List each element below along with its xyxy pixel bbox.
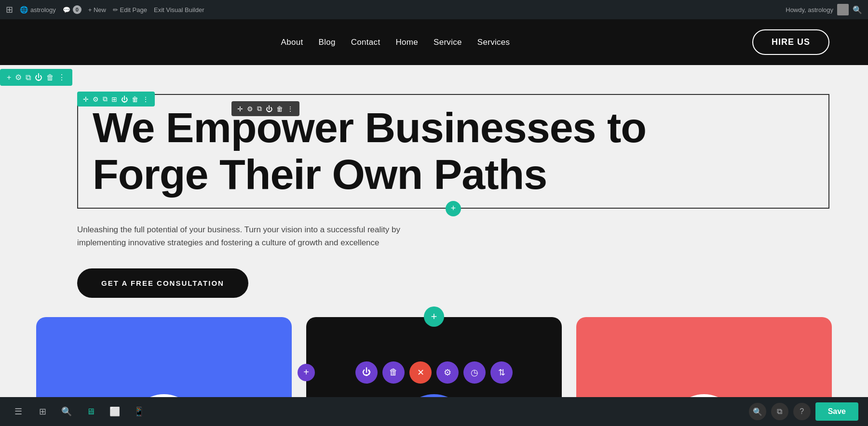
exit-visual-builder-link[interactable]: Exit Visual Builder — [154, 6, 204, 13]
hero-title: We Empower Businesses toForge Their Own … — [93, 105, 814, 198]
settings-card-icon[interactable]: ⚙ — [436, 361, 459, 384]
hamburger-icon[interactable]: ☰ — [10, 403, 27, 420]
bottom-bar-right: 🔍 ⧉ ? Save — [749, 402, 858, 421]
clone-module-icon[interactable]: ⧉ — [103, 95, 108, 103]
nav-home[interactable]: Home — [395, 38, 418, 47]
close-card-icon[interactable]: ✕ — [409, 361, 432, 384]
nav-about[interactable]: About — [281, 38, 303, 47]
hero-section: ✛ ⚙ ⧉ ⊞ ⏻ 🗑 ⋮ ✛ ⚙ ⧉ ⏻ 🗑 ⋮ We Empower Bus… — [0, 65, 868, 317]
settings-module-icon[interactable]: ⚙ — [93, 95, 99, 103]
bottom-bar-left: ☰ ⊞ 🔍 🖥 ⬜ 📱 — [10, 403, 148, 420]
more-text-icon[interactable]: ⋮ — [287, 105, 294, 113]
bottom-builder-bar: ☰ ⊞ 🔍 🖥 ⬜ 📱 🔍 ⧉ ? Save — [0, 397, 868, 426]
admin-bar-left: ⊞ 🌐 astrology 💬 0 + New ✏ Edit Page Exit… — [6, 4, 204, 15]
power-text-icon[interactable]: ⏻ — [266, 105, 272, 113]
delete-module-icon[interactable]: 🗑 — [132, 95, 138, 103]
nav-links: About Blog Contact Home Service Services — [39, 38, 752, 47]
tablet-icon[interactable]: ⬜ — [106, 403, 123, 420]
more-row-icon[interactable]: ⋮ — [58, 73, 66, 82]
move-module-icon[interactable]: ✛ — [83, 95, 89, 103]
save-button[interactable]: Save — [815, 402, 858, 421]
avatar[interactable] — [837, 4, 849, 15]
admin-bar: ⊞ 🌐 astrology 💬 0 + New ✏ Edit Page Exit… — [0, 0, 868, 19]
add-row-icon[interactable]: + — [7, 73, 11, 82]
delete-row-icon[interactable]: 🗑 — [46, 73, 54, 82]
nav-blog[interactable]: Blog — [319, 38, 336, 47]
new-item-link[interactable]: + New — [88, 6, 106, 13]
new-label: + New — [88, 6, 106, 13]
power-card-icon[interactable]: ⏻ — [355, 361, 378, 384]
add-row-circle-button[interactable]: + — [424, 306, 444, 327]
text-module-toolbar: ✛ ⚙ ⧉ ⏻ 🗑 ⋮ — [231, 101, 299, 116]
site-name-text: astrology — [30, 6, 56, 13]
add-inside-icon[interactable]: + — [446, 201, 461, 216]
clone-text-icon[interactable]: ⧉ — [257, 105, 262, 113]
grid-icon[interactable]: ⊞ — [34, 403, 51, 420]
cta-button[interactable]: GET A FREE CONSULTATION — [77, 268, 248, 298]
hero-subtitle: Unleashing the full potential of your bu… — [77, 223, 405, 249]
comment-count: 0 — [73, 5, 81, 14]
move-text-icon[interactable]: ✛ — [237, 105, 243, 113]
nav-services[interactable]: Services — [477, 38, 510, 47]
settings-row-icon[interactable]: ⚙ — [15, 73, 22, 82]
module-actions-bar: ⏻ 🗑 ✕ ⚙ ◷ ⇅ — [355, 361, 513, 384]
help-circle-icon[interactable]: ? — [793, 403, 811, 420]
admin-bar-right: Howdy, astrology 🔍 — [786, 4, 862, 15]
search-bottom-icon[interactable]: 🔍 — [58, 403, 75, 420]
edit-label: ✏ Edit Page — [113, 6, 147, 13]
search-circle-icon[interactable]: 🔍 — [749, 403, 766, 420]
timer-card-icon[interactable]: ◷ — [463, 361, 486, 384]
hire-us-button[interactable]: HIRE US — [752, 29, 829, 55]
delete-card-icon[interactable]: 🗑 — [382, 361, 405, 384]
delete-text-icon[interactable]: 🗑 — [276, 105, 283, 113]
clone-row-icon[interactable]: ⧉ — [26, 73, 31, 82]
hero-title-box: We Empower Businesses toForge Their Own … — [77, 94, 829, 209]
mobile-icon[interactable]: 📱 — [130, 403, 148, 420]
settings-text-icon[interactable]: ⚙ — [247, 105, 253, 113]
add-module-button[interactable]: + — [298, 364, 315, 381]
wordpress-logo-icon[interactable]: ⊞ — [6, 4, 13, 15]
desktop-icon[interactable]: 🖥 — [82, 403, 99, 420]
layers-circle-icon[interactable]: ⧉ — [771, 403, 788, 420]
adjust-card-icon[interactable]: ⇅ — [490, 361, 513, 384]
comments-link[interactable]: 💬 0 — [63, 5, 81, 14]
columns-module-icon[interactable]: ⊞ — [111, 95, 117, 103]
power-module-icon[interactable]: ⏻ — [121, 95, 128, 103]
top-nav: About Blog Contact Home Service Services… — [0, 19, 868, 65]
comment-icon: 💬 — [63, 6, 70, 13]
site-name-link[interactable]: 🌐 astrology — [20, 6, 56, 13]
edit-page-link[interactable]: ✏ Edit Page — [113, 6, 147, 13]
nav-service[interactable]: Service — [434, 38, 462, 47]
site-icon: 🌐 — [20, 6, 28, 13]
nav-contact[interactable]: Contact — [351, 38, 380, 47]
exit-label: Exit Visual Builder — [154, 6, 204, 13]
more-module-icon[interactable]: ⋮ — [142, 95, 149, 103]
search-icon[interactable]: 🔍 — [853, 5, 862, 14]
row-builder-toolbar: + ⚙ ⧉ ⏻ 🗑 ⋮ — [0, 69, 72, 86]
power-row-icon[interactable]: ⏻ — [35, 73, 42, 82]
module-toolbar-teal: ✛ ⚙ ⧉ ⊞ ⏻ 🗑 ⋮ — [77, 92, 155, 106]
howdy-text: Howdy, astrology — [786, 6, 833, 13]
